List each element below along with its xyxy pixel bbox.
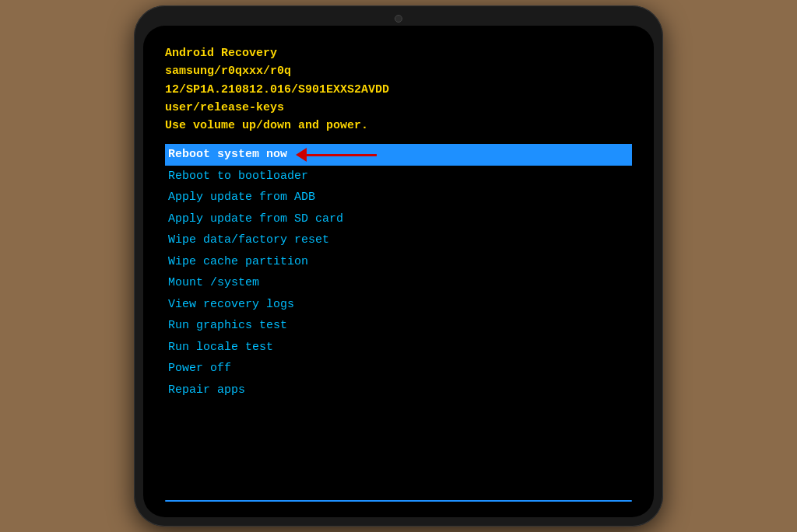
header-line: Android Recovery — [165, 44, 632, 62]
menu-item[interactable]: Wipe data/factory reset — [165, 229, 632, 251]
menu-item[interactable]: Apply update from ADB — [165, 187, 632, 208]
recovery-header: Android Recoverysamsung/r0qxxx/r0q12/SP1… — [165, 44, 632, 135]
menu-item[interactable]: Power off — [165, 358, 632, 380]
menu-item[interactable]: Mount /system — [165, 272, 632, 294]
menu-item[interactable]: Wipe cache partition — [165, 251, 632, 273]
arrow-head — [296, 148, 307, 162]
header-line: 12/SP1A.210812.016/S901EXXS2AVDD — [165, 81, 632, 99]
selection-arrow — [297, 148, 377, 162]
menu-item[interactable]: Reboot to bootloader — [165, 166, 632, 187]
arrow-line — [307, 154, 377, 156]
header-line: user/release-keys — [165, 99, 632, 117]
menu-item-label: Reboot system now — [168, 145, 287, 165]
menu-item[interactable]: View recovery logs — [165, 294, 632, 316]
header-line: samsung/r0qxxx/r0q — [165, 62, 632, 80]
menu-item[interactable]: Run locale test — [165, 337, 632, 359]
bottom-divider — [165, 500, 632, 502]
header-line: Use volume up/down and power. — [165, 117, 632, 135]
menu-item[interactable]: Run graphics test — [165, 315, 632, 337]
phone-device: Android Recoverysamsung/r0qxxx/r0q12/SP1… — [134, 5, 663, 527]
phone-screen: Android Recoverysamsung/r0qxxx/r0q12/SP1… — [143, 26, 654, 517]
menu-item[interactable]: Apply update from SD card — [165, 208, 632, 230]
camera-sensor — [395, 15, 402, 23]
recovery-menu: Reboot system nowReboot to bootloaderApp… — [165, 144, 632, 495]
menu-item[interactable]: Reboot system now — [165, 144, 632, 166]
menu-item[interactable]: Repair apps — [165, 380, 632, 401]
